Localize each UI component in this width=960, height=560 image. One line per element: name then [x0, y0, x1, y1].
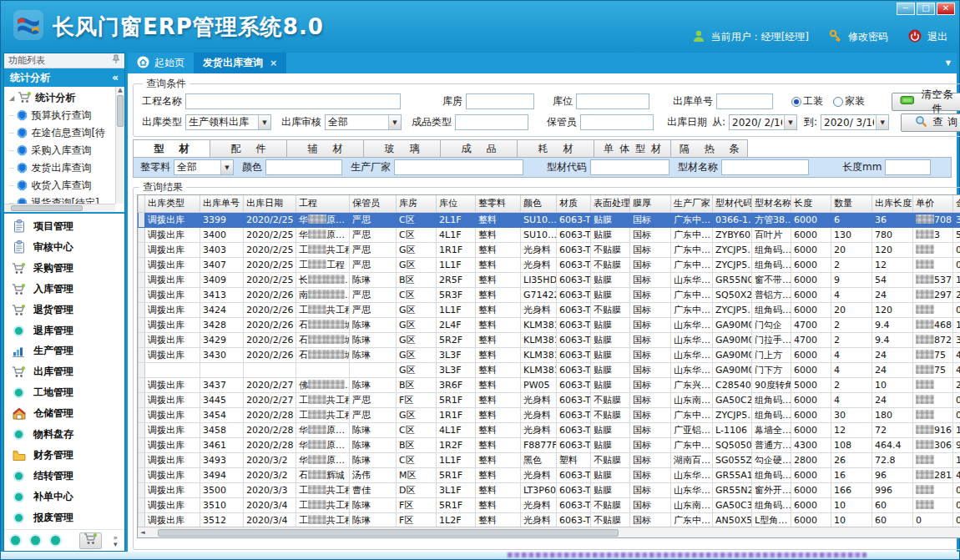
location-input[interactable]	[576, 93, 649, 109]
sidebar-item-项目管理[interactable]: 项目管理	[12, 217, 123, 235]
profile-code-input[interactable]	[590, 159, 669, 175]
radio-gongzhuang-label[interactable]: 工装	[803, 94, 823, 108]
tree-item[interactable]: ┄在途信息查询[待	[9, 124, 114, 142]
material-tab-配件[interactable]: 配 件	[210, 139, 287, 157]
grid-horizontal-scrollbar[interactable]: ◄►	[138, 527, 960, 537]
table-row[interactable]: 调拨出库34282020/2/26石城陈琳G区2L4F整料KLM38176063…	[139, 317, 960, 332]
sidebar-item-入库管理[interactable]: 入库管理	[12, 280, 123, 298]
material-tab-型材[interactable]: 型 材	[133, 139, 210, 157]
table-row[interactable]: 调拨出库34582020/2/28华原…陈琳C区4L1F整料光身料6063-T5…	[139, 422, 960, 437]
sidebar-item-出库管理[interactable]: 出库管理	[12, 363, 123, 381]
group-dot-icon[interactable]	[11, 536, 20, 545]
sidebar-item-退货管理[interactable]: 退货管理	[12, 300, 123, 319]
column-header[interactable]: 出库单号	[200, 195, 244, 212]
sidebar-item-物料盘存[interactable]: 物料盘存	[12, 426, 123, 444]
table-row[interactable]: 调拨出库34092020/2/25长…陈琳B区2R5F整料LI35HD6063-…	[139, 272, 960, 287]
tree-item[interactable]: ┄发货出库查询	[9, 159, 114, 177]
cart-group-button[interactable]	[79, 532, 102, 549]
table-row[interactable]: 调拨出库34452020/2/27工共工程严思F区5R1F整料光身料6063-T…	[139, 392, 960, 407]
radio-gongzhuang[interactable]	[791, 97, 801, 107]
sidebar-item-退库管理[interactable]: 退库管理	[12, 321, 123, 340]
more-groups-button[interactable]: »▾	[113, 534, 118, 547]
column-header[interactable]: 库位	[437, 195, 476, 212]
column-header[interactable]: 整零料	[476, 195, 521, 212]
tab-shipment-outbound-query[interactable]: 发货出库查询 ×	[194, 53, 286, 73]
radio-jiazhuang[interactable]	[833, 97, 843, 107]
sidebar-item-工地管理[interactable]: 工地管理	[12, 384, 123, 402]
table-row[interactable]: 调拨出库34072020/2/25工工程严思G区1L1F整料光身料6063-T5…	[139, 257, 960, 272]
material-tab-成品[interactable]: 成 品	[440, 139, 518, 157]
clear-conditions-button[interactable]: 清空条件	[892, 93, 960, 111]
keeper-input[interactable]	[580, 114, 654, 130]
tree-item[interactable]: ┄采购入库查询	[9, 142, 114, 159]
table-row[interactable]: 调拨出库34612020/2/28华原…陈琳B区1R2F整料F8877FT606…	[139, 437, 960, 452]
table-row[interactable]: 调拨出库35002020/3/3工共工程曹佳D区3L1F整料LT3P606063…	[139, 482, 960, 497]
table-row[interactable]: 调拨出库34542020/2/28工共工程严思G区1R1F整料光身料6063-T…	[139, 407, 960, 422]
maximize-button[interactable]: □	[917, 3, 935, 15]
minimize-button[interactable]: −	[897, 3, 915, 15]
table-row[interactable]: 调拨出库33992020/2/25华原…严思C区2L1F整料SU10…6063-…	[139, 212, 960, 227]
sidebar-item-财务管理[interactable]: 财务管理	[12, 446, 123, 465]
warehouse-input[interactable]	[466, 93, 534, 109]
project-name-input[interactable]	[185, 93, 401, 109]
column-header[interactable]: 库房	[397, 195, 437, 212]
whole-part-select[interactable]: 全部▼	[174, 159, 234, 175]
material-tab-玻璃[interactable]: 玻 璃	[363, 139, 441, 157]
tab-overflow-icon[interactable]: ▼	[946, 59, 951, 67]
column-header[interactable]: 单价	[913, 195, 953, 212]
tree-item[interactable]: ┄退货查询[待定]	[9, 194, 114, 204]
date-to-picker[interactable]: 2020/ 3/16▼	[821, 114, 889, 130]
table-row[interactable]: 调拨出库34002020/2/25华原…严思C区4L1F整料SU10…6063-…	[139, 227, 960, 242]
color-input[interactable]	[265, 159, 342, 175]
logout-link[interactable]: 退出	[927, 30, 947, 44]
material-tab-隔热条[interactable]: 隔 热 条	[670, 139, 748, 157]
date-from-picker[interactable]: 2020/ 2/16▼	[729, 114, 797, 130]
table-row[interactable]: 调拨出库34242020/2/26工共工程严思G区1L1F整料光身料6063-T…	[139, 302, 960, 317]
out-type-select[interactable]: 生产领料出库▼	[185, 114, 271, 130]
column-header[interactable]: 生产厂家	[671, 195, 713, 212]
change-password-link[interactable]: 修改密码	[848, 30, 888, 44]
column-header[interactable]: 数量	[831, 195, 872, 212]
sidebar-item-结转管理[interactable]: 结转管理	[12, 467, 123, 486]
radio-jiazhuang-label[interactable]: 家装	[845, 94, 865, 108]
sidebar-item-审核中心[interactable]: 审核中心	[12, 238, 123, 256]
column-header[interactable]: 膜厚	[630, 195, 671, 212]
table-row[interactable]: 调拨出库34942020/3/2石辉城汤伟M区5R1F整料光身料6063-T5贴…	[139, 467, 960, 482]
tree-item[interactable]: ┄预算执行查询	[9, 107, 114, 124]
length-input[interactable]	[885, 159, 931, 175]
column-header[interactable]: 长度	[791, 195, 831, 212]
group-dot-icon[interactable]	[51, 536, 60, 545]
sidebar-item-生产管理[interactable]: 生产管理	[12, 342, 123, 361]
column-header[interactable]: 型材代码	[713, 195, 752, 212]
tree-item[interactable]: ┄收货入库查询	[9, 177, 114, 194]
sidebar-item-仓储管理[interactable]: 仓储管理	[12, 405, 123, 423]
column-header[interactable]: 表面处理	[591, 195, 630, 212]
material-tab-单体型材[interactable]: 单体型材	[594, 139, 671, 157]
sidebar-item-补单中心[interactable]: 补单中心	[12, 487, 123, 506]
column-header[interactable]: 型材名称	[752, 195, 791, 212]
audit-select[interactable]: 全部▼	[325, 114, 402, 130]
tree-horizontal-scrollbar[interactable]	[4, 204, 115, 212]
profile-name-input[interactable]	[721, 159, 809, 175]
column-header[interactable]: 金额	[953, 195, 960, 212]
column-header[interactable]: 保管员	[350, 195, 397, 212]
table-row[interactable]: 调拨出库34032020/2/25工共工程严思G区1R1F整料光身料6063-T…	[139, 242, 960, 257]
table-row[interactable]: 调拨出库34132020/2/26南…严思C区5R3F整料G714226063-…	[139, 287, 960, 302]
group-dot-icon[interactable]	[31, 536, 40, 545]
table-row[interactable]: 调拨出库34292020/2/26石城陈琳G区5R2F整料KLM38176063…	[139, 332, 960, 347]
tab-home[interactable]: 起始页	[128, 53, 194, 73]
table-row[interactable]: 调拨出库34372020/2/27佛…陈琳B区3R6F整料PW056063-T5…	[139, 377, 960, 392]
table-row[interactable]: 调拨出库34302020/2/26石城陈琳G区3L3F整料KLM38176063…	[139, 347, 960, 362]
column-header[interactable]: 颜色	[521, 195, 557, 212]
tree-expander-icon[interactable]: ◢	[9, 94, 14, 102]
column-header[interactable]: 出库长度	[872, 195, 913, 212]
table-row[interactable]: 调拨出库35102020/3/4工共工程陈琳F区5R1F整料光身料6063-T5…	[139, 497, 960, 512]
pin-icon[interactable]	[112, 54, 120, 67]
material-tab-辅材[interactable]: 辅 材	[286, 139, 364, 157]
tree-vertical-scrollbar[interactable]: ▲	[115, 87, 124, 204]
sidebar-item-报废管理[interactable]: 报废管理	[12, 508, 123, 527]
close-button[interactable]: ✕	[937, 3, 955, 15]
tab-close-icon[interactable]: ×	[270, 58, 277, 68]
column-header[interactable]: 出库日期	[244, 195, 296, 212]
search-button[interactable]: 查 询	[901, 114, 960, 132]
